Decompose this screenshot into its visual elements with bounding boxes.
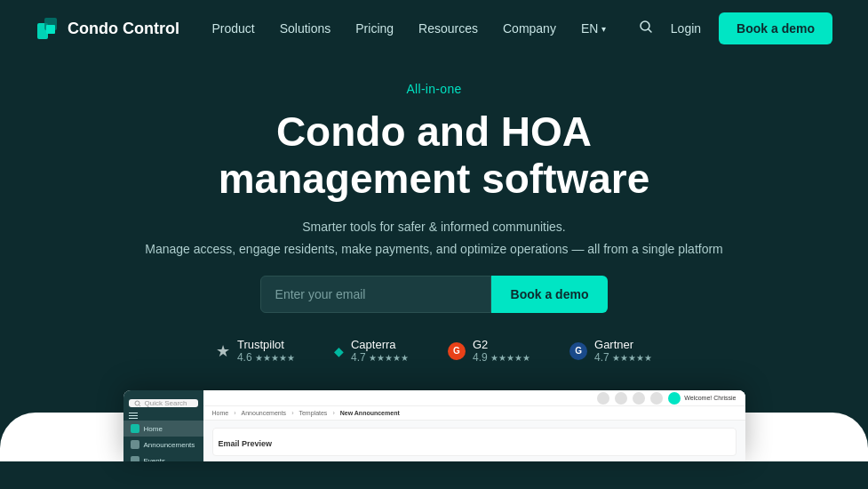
g2-label: G2 (473, 338, 488, 351)
brand-name: Condo Control (68, 20, 179, 38)
trustpilot-rating: ★ Trustpilot 4.6 ★★★★★ (216, 338, 295, 364)
nav-lang[interactable]: EN ▾ (581, 21, 606, 36)
app-search-icon (134, 400, 141, 407)
gartner-label: Gartner (594, 338, 633, 351)
sidebar-announcements-label: Announcements (144, 441, 195, 449)
topbar-icon-3[interactable] (633, 392, 645, 405)
topbar-icon-2[interactable] (615, 392, 627, 405)
app-search-bar[interactable]: Quick Search (129, 399, 198, 407)
topbar-icon-4[interactable] (650, 392, 663, 405)
trustpilot-icon: ★ (216, 341, 230, 361)
login-button[interactable]: Login (671, 21, 701, 36)
ratings-row: ★ Trustpilot 4.6 ★★★★★ ◆ Capterra 4.7 ★★… (216, 338, 652, 364)
svg-line-4 (649, 29, 651, 32)
gartner-score: 4.7 ★★★★★ (594, 351, 652, 364)
app-topbar: Welcome! Chrissie (203, 390, 745, 406)
sidebar-item-announcements[interactable]: Announcements (123, 437, 203, 453)
capterra-score: 4.7 ★★★★★ (351, 351, 409, 364)
book-demo-nav-button[interactable]: Book a demo (719, 12, 832, 44)
nav-links: Product Solutions Pricing Resources Comp… (211, 21, 606, 36)
sidebar-events-label: Events (144, 457, 165, 462)
sidebar-home-label: Home (144, 425, 163, 433)
hero-title: Condo and HOA management software (219, 108, 650, 203)
gartner-rating: G Gartner 4.7 ★★★★★ (569, 338, 652, 364)
events-icon (131, 456, 139, 461)
trustpilot-label: Trustpilot (237, 338, 284, 351)
g2-rating: G G2 4.9 ★★★★★ (448, 338, 530, 364)
search-button[interactable] (639, 20, 653, 37)
capterra-label: Capterra (351, 338, 396, 351)
app-mockup: Quick Search Home Announcements Events (123, 390, 745, 461)
sidebar-item-events[interactable]: Events (123, 453, 203, 461)
email-submit-button[interactable]: Book a demo (491, 276, 609, 313)
topbar-icons: Welcome! Chrissie (597, 392, 736, 405)
email-preview-panel: Email Preview (212, 428, 737, 456)
breadcrumb-sep-3: › (332, 410, 334, 416)
topbar-icon-1[interactable] (597, 392, 609, 405)
navbar: Condo Control Product Solutions Pricing … (0, 0, 868, 57)
breadcrumb-templates[interactable]: Templates (299, 410, 327, 416)
hero-subtitle1: Smarter tools for safer & informed commu… (302, 217, 565, 236)
nav-solutions[interactable]: Solutions (280, 21, 331, 36)
nav-product[interactable]: Product (211, 21, 254, 36)
hero-section: All-in-one Condo and HOA management soft… (0, 57, 868, 385)
breadcrumb-current: New Announcement (340, 410, 400, 416)
email-preview-label: Email Preview (219, 439, 273, 448)
app-main: Welcome! Chrissie Home › Announcements ›… (203, 390, 745, 461)
navbar-right: Login Book a demo (639, 12, 832, 44)
logo-icon (36, 16, 60, 41)
svg-rect-2 (46, 25, 55, 34)
hero-subtitle2: Manage access, engage residents, make pa… (145, 242, 723, 256)
search-icon (639, 20, 653, 34)
capterra-rating: ◆ Capterra 4.7 ★★★★★ (334, 338, 409, 364)
capterra-icon: ◆ (334, 344, 344, 358)
nav-company[interactable]: Company (503, 21, 556, 36)
chevron-down-icon: ▾ (601, 24, 606, 34)
app-search-text: Quick Search (145, 399, 187, 407)
breadcrumb-home[interactable]: Home (212, 410, 229, 416)
svg-line-6 (139, 405, 140, 406)
topbar-username: Welcome! Chrissie (684, 395, 736, 401)
g2-score: 4.9 ★★★★★ (473, 351, 530, 364)
topbar-user: Welcome! Chrissie (668, 392, 736, 405)
trustpilot-score: 4.6 ★★★★★ (237, 351, 295, 364)
gartner-icon: G (569, 342, 587, 360)
nav-pricing[interactable]: Pricing (355, 21, 394, 36)
logo[interactable]: Condo Control (36, 16, 179, 41)
breadcrumb-sep-2: › (291, 410, 293, 416)
email-form: Book a demo (260, 276, 609, 313)
hero-tagline: All-in-one (406, 82, 461, 96)
app-content-area: Email Preview (203, 421, 745, 461)
announcements-icon (131, 440, 139, 449)
app-mockup-section: Quick Search Home Announcements Events (0, 387, 868, 461)
sidebar-item-home[interactable]: Home (123, 421, 203, 437)
breadcrumb-announcements[interactable]: Announcements (242, 410, 287, 416)
svg-point-5 (135, 401, 139, 405)
hamburger-icon[interactable] (123, 411, 203, 421)
user-avatar (668, 392, 681, 405)
g2-icon: G (448, 342, 466, 360)
email-input[interactable] (260, 276, 491, 313)
breadcrumb-sep-1: › (234, 410, 235, 416)
home-icon (131, 424, 139, 433)
app-breadcrumb: Home › Announcements › Templates › New A… (203, 406, 745, 421)
nav-resources[interactable]: Resources (418, 21, 478, 36)
app-sidebar: Quick Search Home Announcements Events (123, 390, 203, 461)
